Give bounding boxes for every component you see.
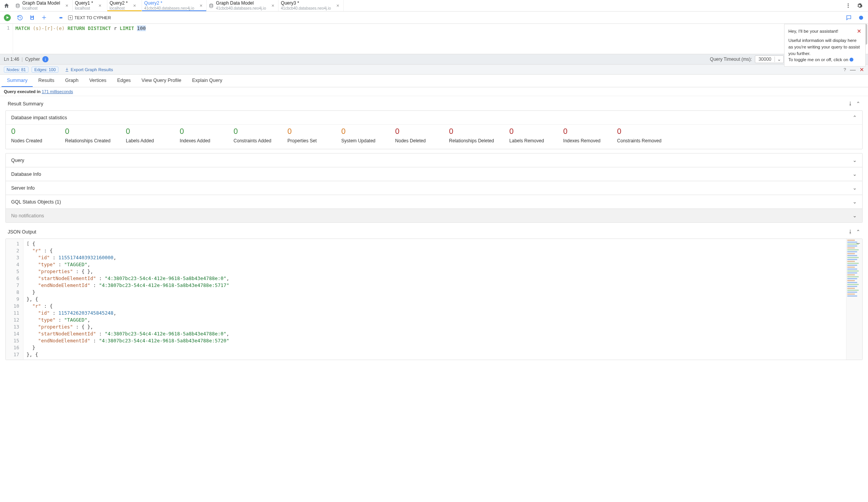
export-graph-button[interactable]: Export Graph Results (65, 67, 113, 72)
tab-title: Graph Data Model (216, 1, 266, 6)
tab-subtitle: localhost (75, 6, 93, 11)
result-tab-vertices[interactable]: Vertices (84, 75, 112, 87)
collapse-icon[interactable]: ⌃ (856, 101, 860, 107)
svg-point-1 (210, 4, 213, 5)
stat-value: 0 (341, 127, 380, 136)
result-tab-edges[interactable]: Edges (112, 75, 136, 87)
stat-label: Relationships Created (65, 138, 110, 143)
stat-relationships-created: 0Relationships Created (65, 127, 110, 143)
json-code[interactable]: [ { "r" : { "id" : 1155174403932160000, … (23, 239, 846, 360)
query-editor[interactable]: 1 MATCH (s)-[r]-(e) RETURN DISTINCT r LI… (0, 24, 868, 54)
collapse-json-icon[interactable]: ⌃ (856, 229, 860, 235)
history-icon[interactable] (17, 15, 23, 21)
tab-0[interactable]: Graph Data Modellocalhost× (13, 0, 73, 11)
nodes-badge[interactable]: Nodes: 81 (4, 67, 28, 73)
stat-label: Constraints Removed (617, 138, 661, 143)
home-button[interactable] (0, 0, 13, 11)
text-to-cypher-label: TEXT TO CYPHER (75, 15, 111, 20)
svg-point-0 (16, 4, 19, 5)
ellipsis-icon[interactable]: ••• (59, 15, 62, 20)
tab-title: Query2 * (144, 1, 194, 6)
download-icon[interactable]: ⭳ (848, 101, 853, 107)
chevron-up-icon[interactable]: ⌃ (853, 115, 857, 120)
result-tab-summary[interactable]: Summary (2, 75, 33, 87)
chevron-down-icon[interactable]: ⌄ (775, 57, 783, 62)
close-panel-icon[interactable]: ✕ (860, 67, 864, 73)
stat-value: 0 (234, 127, 272, 136)
chevron-down-icon: ⌄ (853, 213, 857, 218)
timeout-label: Query Timeout (ms): (710, 57, 752, 62)
text-to-cypher-button[interactable]: TEXT TO CYPHER (68, 15, 111, 20)
stat-value: 0 (563, 127, 602, 136)
tab-3[interactable]: Query2 *41cbcb40.databases.neo4j.io× (142, 0, 207, 11)
download-json-icon[interactable]: ⭳ (848, 229, 853, 235)
database-icon (15, 3, 20, 8)
add-icon[interactable] (41, 15, 47, 20)
result-tab-results[interactable]: Results (33, 75, 60, 87)
editor-content[interactable]: MATCH (s)-[r]-(e) RETURN DISTINCT r LIMI… (13, 24, 868, 54)
chat-icon[interactable] (846, 15, 852, 21)
section-server-info[interactable]: Server Info⌄ (6, 181, 862, 195)
run-button[interactable] (4, 14, 11, 21)
more-vert-icon[interactable] (845, 3, 851, 8)
close-icon[interactable]: × (336, 3, 339, 8)
tab-title: Query2 * (110, 1, 128, 6)
chevron-down-icon[interactable]: ⌄ (853, 157, 857, 163)
close-icon[interactable]: × (133, 3, 136, 8)
stat-nodes-deleted: 0Nodes Deleted (395, 127, 434, 143)
section-database-info[interactable]: Database Info⌄ (6, 167, 862, 181)
close-icon[interactable]: × (98, 3, 102, 8)
chevron-down-icon[interactable]: ⌄ (853, 171, 857, 177)
tab-title: Graph Data Model (22, 1, 60, 6)
close-icon[interactable]: × (200, 3, 203, 8)
assistant-toggle-icon[interactable] (858, 15, 864, 21)
stat-value: 0 (617, 127, 661, 136)
chevron-down-icon[interactable]: ⌄ (853, 185, 857, 191)
assistant-body: Useful information will display here as … (788, 37, 861, 63)
assistant-close-icon[interactable]: ✕ (857, 27, 861, 35)
result-tab-graph[interactable]: Graph (60, 75, 84, 87)
export-icon (65, 67, 69, 72)
section-title: No notifications (11, 213, 44, 218)
tab-4[interactable]: Graph Data Model41cbcb40.databases.neo4j… (207, 0, 279, 11)
stat-label: Labels Removed (509, 138, 548, 143)
json-fold-icon[interactable]: — (856, 240, 860, 247)
tab-1[interactable]: Query1 *localhost× (73, 0, 107, 11)
result-tab-explain-query[interactable]: Explain Query (187, 75, 228, 87)
stat-value: 0 (509, 127, 548, 136)
tab-subtitle: 41cbcb40.databases.neo4j.io (216, 6, 266, 11)
stat-label: Labels Added (126, 138, 164, 143)
gear-icon[interactable] (856, 3, 863, 9)
close-icon[interactable]: × (271, 3, 274, 8)
result-tabs: SummaryResultsGraphVerticesEdgesView Que… (0, 75, 868, 87)
stat-label: Properties Set (287, 138, 326, 143)
assistant-dot-icon (850, 58, 853, 62)
execution-ms-link[interactable]: 171 milliseconds (42, 89, 73, 94)
edges-badge[interactable]: Edges: 100 (32, 67, 58, 73)
cursor-position: Ln 1:46 (4, 57, 19, 62)
stat-labels-removed: 0Labels Removed (509, 127, 548, 143)
stat-label: Nodes Deleted (395, 138, 434, 143)
tab-subtitle: 41cbcb40.databases.neo4j.io (281, 6, 331, 11)
result-tab-view-query-profile[interactable]: View Query Profile (136, 75, 187, 87)
execution-time: Query executed in 171 milliseconds (0, 87, 868, 96)
info-icon[interactable]: i (42, 56, 48, 62)
section-query[interactable]: Query⌄ (6, 153, 862, 167)
json-minimap[interactable] (846, 239, 862, 360)
close-icon[interactable]: × (65, 3, 68, 8)
minimize-icon[interactable]: — (850, 66, 856, 73)
tab-2[interactable]: Query2 *localhost× (107, 0, 142, 11)
help-icon[interactable]: ? (844, 67, 846, 72)
assistant-title: Hey, I'll be your assistant! (788, 28, 838, 35)
tab-title: Query3 * (281, 1, 331, 6)
editor-statusbar: Ln 1:46 | Cypher i Query Timeout (ms): 3… (0, 54, 868, 65)
result-counts-strip: Nodes: 81 Edges: 100 Export Graph Result… (0, 65, 868, 75)
stat-value: 0 (65, 127, 110, 136)
timeout-input[interactable]: 30000 ⌄ (755, 55, 783, 63)
chevron-down-icon[interactable]: ⌄ (853, 199, 857, 205)
section-gql-status-objects-1-[interactable]: GQL Status Objects (1)⌄ (6, 195, 862, 208)
tab-5[interactable]: Query3 *41cbcb40.databases.neo4j.io× (279, 0, 344, 11)
stat-label: Relationships Deleted (449, 138, 494, 143)
tab-subtitle: localhost (110, 6, 128, 11)
save-icon[interactable] (29, 15, 35, 20)
